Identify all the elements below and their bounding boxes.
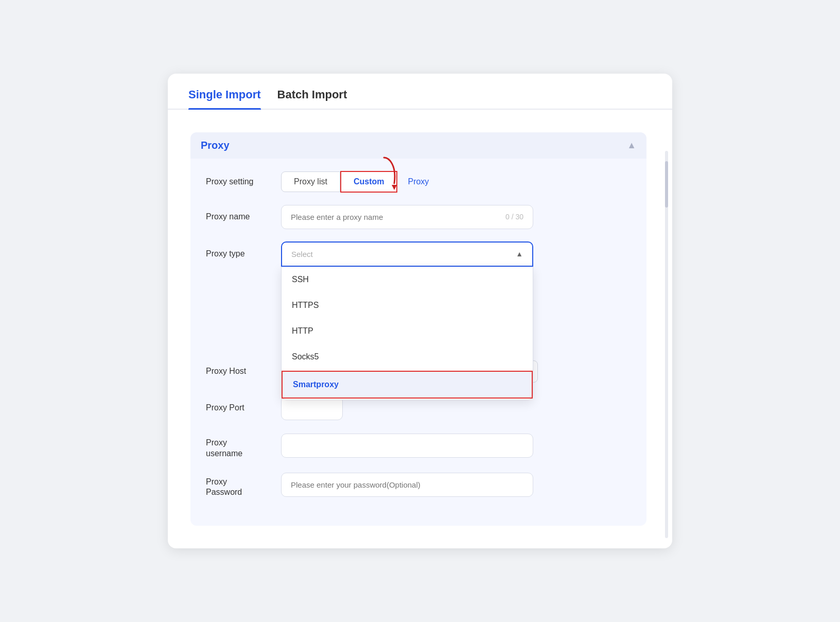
scrollbar[interactable] [663, 151, 670, 538]
scrollbar-track [665, 151, 668, 538]
proxy-name-input-wrapper: 0 / 30 [281, 205, 533, 229]
scrollbar-thumb [665, 161, 668, 208]
proxy-username-input[interactable] [281, 434, 533, 458]
tabs-container: Single Import Batch Import [168, 74, 672, 110]
proxy-list-btn[interactable]: Proxy list [281, 171, 340, 192]
content-area: Proxy ▲ Proxy setting Proxy list [168, 110, 672, 548]
main-card: Single Import Batch Import Proxy ▲ [168, 74, 672, 548]
proxy-section: Proxy ▲ Proxy setting Proxy list [190, 132, 646, 526]
char-count: 0 / 30 [505, 213, 523, 221]
proxy-setting-label: Proxy setting [206, 177, 273, 187]
dropdown-item-ssh[interactable]: SSH [282, 267, 533, 292]
custom-btn[interactable]: Custom [340, 171, 398, 193]
proxy-type-dropdown: SSH HTTPS HTTP Socks5 [281, 267, 533, 400]
dropdown-item-socks5[interactable]: Socks5 [282, 344, 533, 370]
proxy-username-label: Proxy username [206, 433, 273, 459]
proxy-port-label: Proxy Port [206, 403, 273, 413]
proxy-setting-row: Proxy setting Proxy list Custom Proxy [206, 171, 631, 193]
proxy-name-input[interactable] [291, 213, 505, 221]
proxy-type-select[interactable]: Select ▲ [281, 241, 533, 267]
proxy-setting-group: Proxy list Custom Proxy [281, 171, 439, 193]
proxy-name-label: Proxy name [206, 212, 273, 222]
proxy-username-row: Proxy username [206, 433, 631, 459]
proxy-password-label: Proxy Password [206, 472, 273, 498]
proxy-name-row: Proxy name 0 / 30 [206, 205, 631, 229]
proxy-type-select-wrapper: Select ▲ SSH HTTPS HTTP [281, 241, 533, 267]
section-header: Proxy ▲ [190, 132, 646, 159]
tab-batch-import[interactable]: Batch Import [277, 88, 347, 109]
section-title: Proxy [201, 140, 230, 151]
proxy-password-input[interactable] [281, 473, 533, 497]
proxy-password-row: Proxy Password [206, 472, 631, 498]
dropdown-item-http[interactable]: HTTP [282, 318, 533, 344]
dropdown-item-https[interactable]: HTTPS [282, 292, 533, 318]
tab-single-import[interactable]: Single Import [188, 88, 261, 109]
proxy-type-row: Proxy type Select ▲ SSH HTTPS [206, 241, 631, 267]
chevron-up-icon: ▲ [516, 250, 523, 258]
proxy-link-btn[interactable]: Proxy [397, 172, 439, 192]
proxy-type-label: Proxy type [206, 241, 273, 260]
dropdown-item-smartproxy[interactable]: Smartproxy [282, 371, 533, 399]
proxy-host-label: Proxy Host [206, 366, 273, 377]
collapse-icon[interactable]: ▲ [627, 140, 636, 151]
